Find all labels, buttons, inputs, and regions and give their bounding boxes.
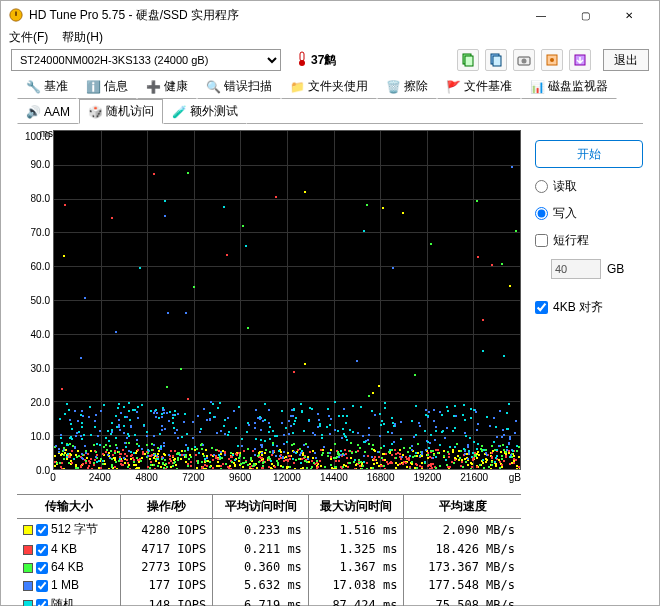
minimize-button[interactable]: — bbox=[519, 1, 563, 29]
svg-point-11 bbox=[550, 58, 554, 62]
erase-icon: 🗑️ bbox=[386, 80, 400, 94]
menu-help[interactable]: 帮助(H) bbox=[62, 29, 103, 46]
tab-random[interactable]: 🎲随机访问 bbox=[79, 99, 163, 124]
th-avg: 平均访问时间 bbox=[213, 495, 309, 519]
tab-info[interactable]: ℹ️信息 bbox=[77, 74, 137, 99]
table-row: 1 MB177 IOPS5.632 ms17.038 ms177.548 MB/… bbox=[17, 576, 521, 594]
close-button[interactable]: ✕ bbox=[607, 1, 651, 29]
tabs: 🔧基准 ℹ️信息 ➕健康 🔍错误扫描 📁文件夹使用 🗑️擦除 🚩文件基准 📊磁盘… bbox=[1, 74, 659, 124]
screenshot-button[interactable] bbox=[513, 49, 535, 71]
search-icon: 🔍 bbox=[206, 80, 220, 94]
align-checkbox[interactable] bbox=[535, 301, 548, 314]
info-icon: ℹ️ bbox=[86, 80, 100, 94]
health-icon: ➕ bbox=[146, 80, 160, 94]
tab-folder[interactable]: 📁文件夹使用 bbox=[281, 74, 377, 99]
copy-info-button[interactable] bbox=[457, 49, 479, 71]
settings-button[interactable] bbox=[541, 49, 563, 71]
dice-icon: 🎲 bbox=[88, 105, 102, 119]
svg-rect-5 bbox=[465, 56, 473, 66]
tab-monitor[interactable]: 📊磁盘监视器 bbox=[521, 74, 617, 99]
tab-extra[interactable]: 🧪额外测试 bbox=[163, 99, 247, 124]
maximize-button[interactable]: ▢ bbox=[563, 1, 607, 29]
write-radio[interactable] bbox=[535, 207, 548, 220]
content: ms 0.010.020.030.040.050.060.070.080.090… bbox=[1, 124, 659, 606]
extra-icon: 🧪 bbox=[172, 105, 186, 119]
temperature-readout: 37鹪 bbox=[297, 51, 336, 70]
svg-rect-7 bbox=[493, 56, 501, 66]
results-table: 传输大小 操作/秒 平均访问时间 最大访问时间 平均速度 512 字节4280 … bbox=[17, 494, 521, 606]
save-button[interactable] bbox=[569, 49, 591, 71]
side-panel: 开始 读取 写入 短行程 GB 4KB 对齐 bbox=[535, 130, 643, 606]
svg-point-3 bbox=[299, 60, 305, 66]
titlebar: HD Tune Pro 5.75 - 硬盘/SSD 实用程序 — ▢ ✕ bbox=[1, 1, 659, 29]
thermometer-icon bbox=[297, 51, 307, 70]
tab-filebench[interactable]: 🚩文件基准 bbox=[437, 74, 521, 99]
speaker-icon: 🔊 bbox=[26, 105, 40, 119]
th-max: 最大访问时间 bbox=[308, 495, 404, 519]
monitor-icon: 📊 bbox=[530, 80, 544, 94]
y-axis: ms 0.010.020.030.040.050.060.070.080.090… bbox=[17, 130, 53, 470]
start-button[interactable]: 开始 bbox=[535, 140, 643, 168]
series-checkbox[interactable] bbox=[36, 544, 48, 556]
series-checkbox[interactable] bbox=[36, 524, 48, 536]
svg-point-9 bbox=[522, 59, 527, 64]
window-title: HD Tune Pro 5.75 - 硬盘/SSD 实用程序 bbox=[29, 7, 519, 24]
tab-erase[interactable]: 🗑️擦除 bbox=[377, 74, 437, 99]
series-checkbox[interactable] bbox=[36, 599, 48, 606]
th-size: 传输大小 bbox=[17, 495, 121, 519]
th-ops: 操作/秒 bbox=[121, 495, 213, 519]
read-radio[interactable] bbox=[535, 180, 548, 193]
chart-area: ms 0.010.020.030.040.050.060.070.080.090… bbox=[17, 130, 521, 606]
x-axis: gB 0240048007200960012000144001680019200… bbox=[53, 472, 521, 486]
x-unit: gB bbox=[509, 472, 521, 483]
folder-icon: 📁 bbox=[290, 80, 304, 94]
table-row: 64 KB2773 IOPS0.360 ms1.367 ms173.367 MB… bbox=[17, 558, 521, 576]
flag-icon: 🚩 bbox=[446, 80, 460, 94]
copy-result-button[interactable] bbox=[485, 49, 507, 71]
table-row: 4 KB4717 IOPS0.211 ms1.325 ms18.426 MB/s bbox=[17, 540, 521, 558]
short-stroke-input bbox=[551, 259, 601, 279]
exit-button[interactable]: 退出 bbox=[603, 49, 649, 71]
gauge-icon: 🔧 bbox=[26, 80, 40, 94]
tab-health[interactable]: ➕健康 bbox=[137, 74, 197, 99]
table-row: 随机148 IOPS6.719 ms87.424 ms75.508 MB/s bbox=[17, 594, 521, 606]
toolbar: ST24000NM002H-3KS133 (24000 gB) 37鹪 退出 bbox=[1, 46, 659, 74]
menubar: 文件(F) 帮助(H) bbox=[1, 29, 659, 46]
svg-rect-1 bbox=[15, 12, 17, 16]
app-window: HD Tune Pro 5.75 - 硬盘/SSD 实用程序 — ▢ ✕ 文件(… bbox=[0, 0, 660, 606]
tab-benchmark[interactable]: 🔧基准 bbox=[17, 74, 77, 99]
short-stroke-checkbox[interactable] bbox=[535, 234, 548, 247]
tab-aam[interactable]: 🔊AAM bbox=[17, 99, 79, 124]
drive-select[interactable]: ST24000NM002H-3KS133 (24000 gB) bbox=[11, 49, 281, 71]
scatter-plot bbox=[53, 130, 521, 470]
app-icon bbox=[9, 8, 23, 22]
tab-error[interactable]: 🔍错误扫描 bbox=[197, 74, 281, 99]
menu-file[interactable]: 文件(F) bbox=[9, 29, 48, 46]
svg-rect-2 bbox=[300, 52, 304, 61]
series-checkbox[interactable] bbox=[36, 562, 48, 574]
th-speed: 平均速度 bbox=[404, 495, 521, 519]
series-checkbox[interactable] bbox=[36, 580, 48, 592]
table-row: 512 字节4280 IOPS0.233 ms1.516 ms2.090 MB/… bbox=[17, 519, 521, 541]
